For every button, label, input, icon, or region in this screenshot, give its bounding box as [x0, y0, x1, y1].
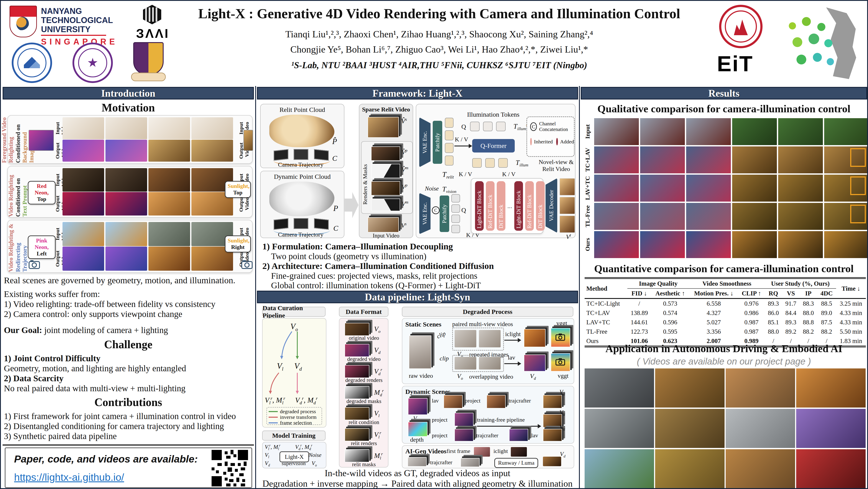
condition-thumb-right	[244, 130, 253, 151]
framework-point-1: 1) Formulation: Camera–Illumination Deco…	[262, 241, 575, 252]
baai-logo: ЗΛΛI	[127, 5, 179, 40]
dyn-vd-stack-1	[543, 395, 562, 408]
raw-video-stack	[409, 336, 431, 369]
ntu-name-line3: UNIVERSITY	[41, 25, 118, 34]
input-video-label: Input Video	[359, 232, 413, 239]
v-t-label: Vt	[566, 233, 571, 240]
runway-box: Runway / Luma	[494, 458, 538, 468]
training-vd: Vd	[265, 460, 270, 467]
dyn-lav-label: lav	[432, 398, 439, 404]
dyn-vd-1: Vd	[559, 389, 565, 397]
application-grid	[585, 368, 866, 488]
col-separator-2	[579, 86, 580, 489]
kv-label-top: K / V	[455, 136, 468, 143]
bubble-text: Left	[31, 251, 53, 257]
panel-label-line2: Redirecting Trajectory	[15, 222, 28, 272]
qual-frame	[594, 203, 639, 230]
curation-box: Vo Vl Vd Vlr, Mlr Vdr, Mdr degraded proc…	[262, 318, 327, 428]
intro-existing-1: 1) Video relighting: trade-off between f…	[4, 299, 253, 309]
motivation-input-frame	[148, 117, 190, 139]
v-m-label: Vm	[401, 200, 408, 207]
qual-frame	[778, 146, 823, 173]
bubble-text-colored: Red Neon,	[31, 183, 53, 196]
panel-label-line2-colored: Redirecting Trajectory	[15, 243, 28, 272]
legend-label: degraded process	[280, 409, 316, 414]
contribution-1: 1) First framework for joint camera + il…	[4, 411, 253, 421]
qual-frame	[732, 118, 777, 145]
intro-existing-title: Existing works suffer from:	[4, 289, 253, 299]
illum-tokens-out	[472, 158, 514, 168]
table-cell-method: LAV+TC	[585, 318, 627, 327]
intro-caption: Real scenes are governed by geometry, mo…	[4, 275, 253, 285]
legend-line-swatch	[269, 416, 278, 418]
qual-row-label: TC+LAV	[584, 146, 593, 173]
dyn-project-1: project	[465, 398, 480, 404]
application-frame	[585, 368, 654, 407]
format-box: Vooriginal videoVddegraded videoVdrdegra…	[339, 318, 389, 467]
availability-text: Paper, code, and videos are available:	[14, 453, 205, 465]
table-cell: 4.33 min	[836, 318, 866, 327]
qual-frame	[686, 175, 731, 202]
relit-pointcloud-box: Relit Point Cloud P̂ Camera Trajectory C	[260, 104, 344, 168]
format-item: Vlrelit condition	[342, 404, 386, 425]
format-label: original video	[342, 335, 386, 341]
format-item: Vlrrelit renders	[342, 426, 386, 447]
quantitative-title: Quantitative comparison for camera-illum…	[581, 262, 867, 275]
ntu-name-line4: SINGAPORE	[41, 37, 118, 46]
challenge-1-text: Geometry, motion, and lighting are highl…	[4, 363, 253, 373]
intro-goal-bold: Our Goal:	[4, 325, 42, 335]
iclight-label-1: iclight	[505, 330, 521, 338]
motivation-panel: Video Relighting &Redirecting Trajectory…	[7, 220, 253, 273]
qual-frame	[594, 146, 639, 173]
qual-frame	[686, 231, 731, 258]
kv-label-mid1: K / V	[459, 171, 472, 178]
qualitative-grid: InputTC+LAVLAV+TCTL-FreeOurs	[584, 118, 866, 258]
application-frame	[726, 409, 795, 448]
curation-legend: degraded processinverse transformframe s…	[267, 407, 322, 425]
first-frame-thumb	[474, 447, 490, 457]
motivation-panel-label: Foreground Video RelightingConditioned o…	[9, 117, 27, 163]
runway-label: Runway / Luma	[498, 460, 534, 466]
dit-block: Ref-DiT Block	[525, 181, 534, 231]
framework-point-2: 2) Architecture: Camera–Illumination Con…	[262, 261, 575, 271]
format-thumb	[345, 386, 369, 399]
application-frame	[585, 409, 654, 448]
col-separator-1	[255, 86, 256, 489]
table-row: TC+IC-Light/0.5736.5580.97689.391.788.38…	[585, 298, 866, 308]
static-vd-2: Vd	[530, 372, 536, 381]
table-cell: 84.4	[782, 308, 800, 318]
format-symbol: Vlr	[374, 430, 381, 439]
relit-pointcloud-image	[269, 115, 334, 147]
repeated-frames-box	[452, 327, 504, 351]
vhat-m-label: V̂m	[401, 166, 408, 173]
aigen-trajcrafter: trajcrafter	[430, 459, 452, 466]
t-illum-label: Tillum	[516, 159, 528, 168]
legend-added-label: Added	[560, 139, 574, 145]
qual-frame	[732, 203, 777, 230]
qual-frame	[732, 231, 777, 258]
camera-icon	[29, 259, 40, 269]
project-url-link[interactable]: https://lightx-ai.github.io/	[14, 471, 124, 483]
motivation-output-frame	[148, 140, 190, 162]
camera-icon	[556, 357, 565, 366]
t-relit-label: Trelit	[442, 170, 454, 180]
dynamic-scenes-label: Dynamic Scenes	[405, 388, 450, 395]
motivation-panel-label: Video Relighting &Redirecting Trajectory	[9, 222, 27, 272]
quantitative-table: Method Image Quality Video Smoothness Us…	[585, 279, 866, 346]
legend-line-swatch	[269, 422, 278, 423]
legend-label: inverse transform	[280, 414, 317, 420]
datapipe-bottom1: In-the-wild videos as GT, degraded video…	[257, 468, 578, 478]
header-band: NANYANG TECHNOLOGICAL UNIVERSITY SINGAPO…	[1, 1, 867, 86]
format-item: Vdrdegraded renders	[342, 362, 386, 383]
table-row: TL-Free122.730.5953.3560.98788.089.288.2…	[585, 327, 866, 336]
paired-videos-label: paired multi-view videos	[452, 321, 513, 327]
dyn-stack-3	[455, 413, 473, 426]
highlight-box	[850, 148, 866, 167]
qual-row-label: LAV+TC	[584, 175, 593, 202]
qual-frame	[686, 203, 731, 230]
format-symbol: Mlr	[374, 452, 383, 461]
dyn-tfp-label: training-free pipeline	[477, 416, 525, 423]
table-row: LAV+TC144.610.5965.0270.98785.189.388.88…	[585, 318, 866, 327]
hust-seal-icon	[12, 42, 52, 83]
highlight-box	[850, 205, 866, 223]
